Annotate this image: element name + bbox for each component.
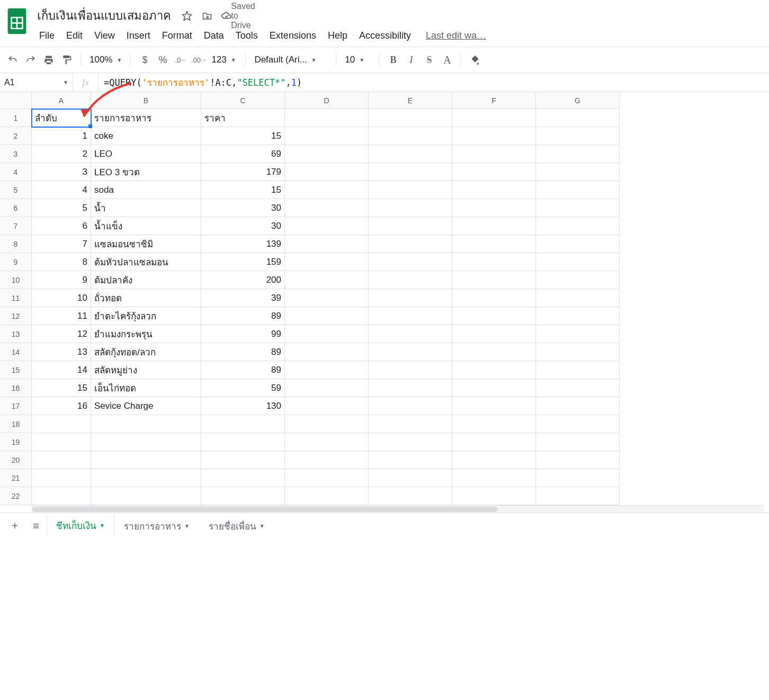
cell[interactable]: สลัดกุ้งทอด/ลวก xyxy=(91,343,201,361)
cell[interactable] xyxy=(452,325,536,343)
cell[interactable] xyxy=(91,487,201,505)
decrease-decimal-button[interactable]: .0← xyxy=(172,51,189,68)
cell[interactable] xyxy=(285,415,369,433)
menu-insert[interactable]: Insert xyxy=(121,28,156,43)
cell[interactable] xyxy=(369,325,452,343)
cell[interactable] xyxy=(452,379,536,397)
cell[interactable] xyxy=(285,181,369,199)
cell[interactable] xyxy=(536,487,620,505)
cell[interactable] xyxy=(536,181,620,199)
row-header[interactable]: 13 xyxy=(0,325,32,343)
cell[interactable]: 5 xyxy=(32,199,91,217)
cell[interactable] xyxy=(285,217,369,235)
cell[interactable] xyxy=(201,451,285,469)
cell[interactable] xyxy=(285,379,369,397)
row-header[interactable]: 22 xyxy=(0,487,32,505)
cell[interactable]: 6 xyxy=(32,217,91,235)
cell[interactable]: 39 xyxy=(201,289,285,307)
row-header[interactable]: 19 xyxy=(0,433,32,451)
cell[interactable] xyxy=(369,163,452,181)
cell[interactable] xyxy=(536,361,620,379)
menu-edit[interactable]: Edit xyxy=(61,28,88,43)
menu-accessibility[interactable]: Accessibility xyxy=(354,28,416,43)
cell[interactable] xyxy=(285,199,369,217)
cell[interactable]: 99 xyxy=(201,325,285,343)
row-header[interactable]: 7 xyxy=(0,217,32,235)
cell[interactable] xyxy=(536,415,620,433)
cell[interactable] xyxy=(452,397,536,415)
cell[interactable] xyxy=(452,163,536,181)
row-header[interactable]: 11 xyxy=(0,289,32,307)
italic-button[interactable]: I xyxy=(403,51,419,68)
cell[interactable]: 3 xyxy=(32,163,91,181)
cell[interactable]: 89 xyxy=(201,361,285,379)
cell[interactable] xyxy=(536,343,620,361)
cell[interactable] xyxy=(452,235,536,253)
fill-color-button[interactable] xyxy=(467,51,484,68)
menu-last-edit[interactable]: Last edit wa… xyxy=(421,28,491,43)
cell[interactable] xyxy=(91,451,201,469)
cell[interactable] xyxy=(452,145,536,163)
menu-file[interactable]: File xyxy=(34,28,60,43)
cell[interactable] xyxy=(285,433,369,451)
cell[interactable]: 179 xyxy=(201,163,285,181)
cell[interactable] xyxy=(285,487,369,505)
cell[interactable] xyxy=(285,307,369,325)
cell[interactable] xyxy=(369,451,452,469)
cell[interactable] xyxy=(285,361,369,379)
cell[interactable] xyxy=(285,109,369,127)
menu-tools[interactable]: Tools xyxy=(230,28,263,43)
undo-button[interactable] xyxy=(4,51,21,68)
cell[interactable] xyxy=(201,433,285,451)
cell[interactable]: 2 xyxy=(32,145,91,163)
text-color-button[interactable]: A xyxy=(439,51,455,68)
cell[interactable]: 1 xyxy=(32,127,91,145)
column-header[interactable]: A xyxy=(32,92,91,109)
column-header[interactable]: C xyxy=(201,92,285,109)
column-header[interactable]: E xyxy=(369,92,452,109)
cell[interactable] xyxy=(452,181,536,199)
row-header[interactable]: 20 xyxy=(0,451,32,469)
row-header[interactable]: 16 xyxy=(0,379,32,397)
cell[interactable] xyxy=(369,415,452,433)
row-header[interactable]: 1 xyxy=(0,109,32,127)
cell[interactable]: LEO xyxy=(91,145,201,163)
cell[interactable] xyxy=(285,235,369,253)
cell[interactable] xyxy=(285,343,369,361)
font-size-dropdown[interactable]: 10▼ xyxy=(342,51,373,68)
cell[interactable] xyxy=(369,343,452,361)
cell[interactable]: เอ็นไก่ทอด xyxy=(91,379,201,397)
cell[interactable] xyxy=(369,361,452,379)
cell[interactable] xyxy=(536,145,620,163)
cell[interactable]: 11 xyxy=(32,307,91,325)
cell[interactable] xyxy=(32,451,91,469)
cell[interactable] xyxy=(369,397,452,415)
sheets-logo[interactable] xyxy=(4,4,30,38)
cell[interactable] xyxy=(452,451,536,469)
paint-format-button[interactable] xyxy=(58,51,75,68)
spreadsheet-grid[interactable]: ABCDEFG1ลำดับรายการอาหารราคา21coke1532LE… xyxy=(0,92,769,513)
cell[interactable]: แซลมอนซาซิมิ xyxy=(91,235,201,253)
cell[interactable] xyxy=(285,271,369,289)
cell[interactable]: รายการอาหาร xyxy=(91,109,201,127)
name-box[interactable]: A1 ▼ xyxy=(0,73,73,92)
cell[interactable] xyxy=(536,307,620,325)
cell[interactable] xyxy=(369,469,452,487)
row-header[interactable]: 3 xyxy=(0,145,32,163)
cell[interactable]: ยำแมงกระพรุน xyxy=(91,325,201,343)
cell[interactable]: 89 xyxy=(201,343,285,361)
cell[interactable] xyxy=(536,451,620,469)
strikethrough-button[interactable]: S xyxy=(421,51,437,68)
cell[interactable] xyxy=(452,271,536,289)
cell[interactable] xyxy=(369,217,452,235)
cell[interactable] xyxy=(369,145,452,163)
row-header[interactable]: 10 xyxy=(0,271,32,289)
cell[interactable]: ราคา xyxy=(201,109,285,127)
cell[interactable]: ยำตะไคร้กุ้งลวก xyxy=(91,307,201,325)
cell[interactable]: 8 xyxy=(32,253,91,271)
cell[interactable]: 30 xyxy=(201,199,285,217)
column-header[interactable]: D xyxy=(285,92,369,109)
cell[interactable] xyxy=(91,415,201,433)
cell[interactable]: 15 xyxy=(201,181,285,199)
cell[interactable] xyxy=(536,127,620,145)
